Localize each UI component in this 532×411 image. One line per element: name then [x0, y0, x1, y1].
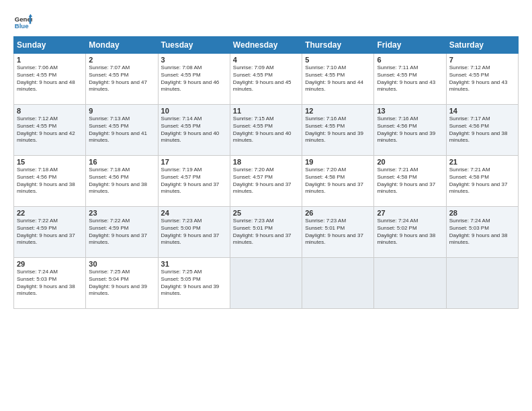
- calendar-cell: 3 Sunrise: 7:08 AM Sunset: 4:55 PM Dayli…: [158, 54, 230, 105]
- day-number: 19: [305, 158, 371, 166]
- calendar-cell: 21 Sunrise: 7:21 AM Sunset: 4:58 PM Dayl…: [446, 156, 518, 207]
- cell-content: Sunrise: 7:07 AM Sunset: 4:55 PM Dayligh…: [89, 64, 154, 93]
- cell-content: Sunrise: 7:25 AM Sunset: 5:05 PM Dayligh…: [161, 269, 227, 298]
- calendar-cell: 11 Sunrise: 7:15 AM Sunset: 4:55 PM Dayl…: [230, 105, 302, 156]
- cell-content: Sunrise: 7:24 AM Sunset: 5:03 PM Dayligh…: [17, 269, 83, 298]
- calendar-cell: 27 Sunrise: 7:24 AM Sunset: 5:02 PM Dayl…: [374, 207, 446, 258]
- calendar-cell: 14 Sunrise: 7:17 AM Sunset: 4:56 PM Dayl…: [446, 105, 518, 156]
- calendar-cell: 13 Sunrise: 7:16 AM Sunset: 4:56 PM Dayl…: [374, 105, 446, 156]
- day-header-friday: Friday: [374, 37, 446, 54]
- cell-content: Sunrise: 7:22 AM Sunset: 4:59 PM Dayligh…: [17, 218, 83, 246]
- cell-content: Sunrise: 7:16 AM Sunset: 4:55 PM Dayligh…: [305, 116, 371, 144]
- day-number: 23: [89, 209, 154, 217]
- day-number: 1: [17, 56, 83, 64]
- day-number: 26: [305, 209, 371, 217]
- calendar-week-2: 8 Sunrise: 7:12 AM Sunset: 4:55 PM Dayli…: [14, 105, 519, 156]
- cell-content: Sunrise: 7:23 AM Sunset: 5:00 PM Dayligh…: [161, 218, 227, 246]
- day-number: 6: [377, 56, 443, 64]
- day-number: 15: [17, 158, 83, 166]
- header: General Blue: [13, 12, 519, 31]
- calendar-cell: 10 Sunrise: 7:14 AM Sunset: 4:55 PM Dayl…: [158, 105, 230, 156]
- calendar-cell: 15 Sunrise: 7:18 AM Sunset: 4:56 PM Dayl…: [14, 156, 86, 207]
- day-number: 21: [449, 158, 515, 166]
- day-number: 5: [305, 56, 371, 64]
- day-number: 2: [89, 56, 154, 64]
- calendar-cell: 1 Sunrise: 7:06 AM Sunset: 4:55 PM Dayli…: [14, 54, 86, 105]
- calendar-cell: 12 Sunrise: 7:16 AM Sunset: 4:55 PM Dayl…: [302, 105, 374, 156]
- day-number: 14: [449, 107, 515, 115]
- calendar-cell: [230, 258, 302, 309]
- cell-content: Sunrise: 7:21 AM Sunset: 4:58 PM Dayligh…: [449, 167, 515, 195]
- calendar-cell: 20 Sunrise: 7:21 AM Sunset: 4:58 PM Dayl…: [374, 156, 446, 207]
- day-number: 13: [377, 107, 443, 115]
- day-number: 4: [233, 56, 299, 64]
- calendar-cell: 22 Sunrise: 7:22 AM Sunset: 4:59 PM Dayl…: [14, 207, 86, 258]
- day-header-sunday: Sunday: [14, 37, 86, 54]
- calendar-cell: 31 Sunrise: 7:25 AM Sunset: 5:05 PM Dayl…: [158, 258, 230, 309]
- day-number: 20: [377, 158, 443, 166]
- cell-content: Sunrise: 7:19 AM Sunset: 4:57 PM Dayligh…: [161, 167, 227, 195]
- calendar-cell: 4 Sunrise: 7:09 AM Sunset: 4:55 PM Dayli…: [230, 54, 302, 105]
- cell-content: Sunrise: 7:09 AM Sunset: 4:55 PM Dayligh…: [233, 64, 299, 93]
- calendar-cell: [302, 258, 374, 309]
- calendar-cell: 19 Sunrise: 7:20 AM Sunset: 4:58 PM Dayl…: [302, 156, 374, 207]
- cell-content: Sunrise: 7:25 AM Sunset: 5:04 PM Dayligh…: [89, 269, 154, 298]
- cell-content: Sunrise: 7:20 AM Sunset: 4:58 PM Dayligh…: [305, 167, 371, 195]
- calendar-cell: 18 Sunrise: 7:20 AM Sunset: 4:57 PM Dayl…: [230, 156, 302, 207]
- svg-rect-3: [30, 17, 32, 24]
- cell-content: Sunrise: 7:10 AM Sunset: 4:55 PM Dayligh…: [305, 64, 371, 93]
- day-header-monday: Monday: [86, 37, 158, 54]
- day-number: 11: [233, 107, 299, 115]
- calendar-cell: 6 Sunrise: 7:11 AM Sunset: 4:55 PM Dayli…: [374, 54, 446, 105]
- calendar-page: General Blue SundayMondayTuesdayWednesda…: [0, 0, 532, 411]
- calendar-cell: 16 Sunrise: 7:18 AM Sunset: 4:56 PM Dayl…: [86, 156, 158, 207]
- logo: General Blue: [13, 12, 35, 31]
- cell-content: Sunrise: 7:23 AM Sunset: 5:01 PM Dayligh…: [233, 218, 299, 246]
- calendar-cell: 5 Sunrise: 7:10 AM Sunset: 4:55 PM Dayli…: [302, 54, 374, 105]
- cell-content: Sunrise: 7:16 AM Sunset: 4:56 PM Dayligh…: [377, 116, 443, 144]
- cell-content: Sunrise: 7:18 AM Sunset: 4:56 PM Dayligh…: [89, 167, 154, 195]
- cell-content: Sunrise: 7:15 AM Sunset: 4:55 PM Dayligh…: [233, 116, 299, 144]
- day-number: 30: [89, 260, 154, 268]
- calendar-cell: 8 Sunrise: 7:12 AM Sunset: 4:55 PM Dayli…: [14, 105, 86, 156]
- day-number: 27: [377, 209, 443, 217]
- day-number: 25: [233, 209, 299, 217]
- cell-content: Sunrise: 7:13 AM Sunset: 4:55 PM Dayligh…: [89, 116, 154, 144]
- calendar-table: SundayMondayTuesdayWednesdayThursdayFrid…: [13, 36, 519, 309]
- cell-content: Sunrise: 7:17 AM Sunset: 4:56 PM Dayligh…: [449, 116, 515, 144]
- day-number: 7: [449, 56, 515, 64]
- cell-content: Sunrise: 7:12 AM Sunset: 4:55 PM Dayligh…: [17, 116, 83, 144]
- day-number: 12: [305, 107, 371, 115]
- day-number: 18: [233, 158, 299, 166]
- calendar-cell: 26 Sunrise: 7:23 AM Sunset: 5:01 PM Dayl…: [302, 207, 374, 258]
- cell-content: Sunrise: 7:08 AM Sunset: 4:55 PM Dayligh…: [161, 64, 227, 93]
- calendar-cell: 2 Sunrise: 7:07 AM Sunset: 4:55 PM Dayli…: [86, 54, 158, 105]
- calendar-cell: 30 Sunrise: 7:25 AM Sunset: 5:04 PM Dayl…: [86, 258, 158, 309]
- calendar-cell: 29 Sunrise: 7:24 AM Sunset: 5:03 PM Dayl…: [14, 258, 86, 309]
- day-number: 17: [161, 158, 227, 166]
- calendar-cell: [446, 258, 518, 309]
- cell-content: Sunrise: 7:12 AM Sunset: 4:55 PM Dayligh…: [449, 64, 515, 93]
- day-number: 9: [89, 107, 154, 115]
- day-number: 24: [161, 209, 227, 217]
- calendar-cell: 17 Sunrise: 7:19 AM Sunset: 4:57 PM Dayl…: [158, 156, 230, 207]
- cell-content: Sunrise: 7:22 AM Sunset: 4:59 PM Dayligh…: [89, 218, 154, 246]
- day-number: 31: [161, 260, 227, 268]
- day-number: 8: [17, 107, 83, 115]
- day-number: 3: [161, 56, 227, 64]
- logo-icon: General Blue: [13, 12, 32, 31]
- day-number: 29: [17, 260, 83, 268]
- day-number: 10: [161, 107, 227, 115]
- calendar-week-4: 22 Sunrise: 7:22 AM Sunset: 4:59 PM Dayl…: [14, 207, 519, 258]
- cell-content: Sunrise: 7:14 AM Sunset: 4:55 PM Dayligh…: [161, 116, 227, 144]
- day-header-thursday: Thursday: [302, 37, 374, 54]
- cell-content: Sunrise: 7:23 AM Sunset: 5:01 PM Dayligh…: [305, 218, 371, 246]
- cell-content: Sunrise: 7:18 AM Sunset: 4:56 PM Dayligh…: [17, 167, 83, 195]
- cell-content: Sunrise: 7:24 AM Sunset: 5:02 PM Dayligh…: [377, 218, 443, 246]
- calendar-week-3: 15 Sunrise: 7:18 AM Sunset: 4:56 PM Dayl…: [14, 156, 519, 207]
- cell-content: Sunrise: 7:20 AM Sunset: 4:57 PM Dayligh…: [233, 167, 299, 195]
- calendar-week-5: 29 Sunrise: 7:24 AM Sunset: 5:03 PM Dayl…: [14, 258, 519, 309]
- day-header-wednesday: Wednesday: [230, 37, 302, 54]
- calendar-week-1: 1 Sunrise: 7:06 AM Sunset: 4:55 PM Dayli…: [14, 54, 519, 105]
- day-header-saturday: Saturday: [446, 37, 518, 54]
